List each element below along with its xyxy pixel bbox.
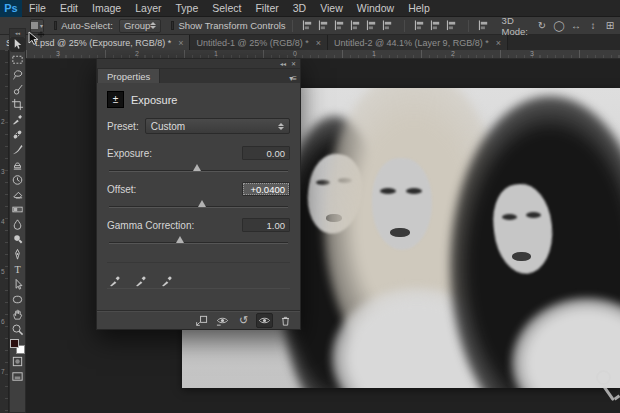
auto-select-mode-dropdown[interactable]: Group [119, 19, 161, 33]
properties-tab[interactable]: Properties [97, 68, 160, 83]
dodge-tool[interactable] [10, 232, 25, 247]
ruler-number: 4 [1, 218, 5, 225]
close-tab-icon[interactable]: × [316, 38, 321, 48]
offset-slider[interactable] [107, 200, 290, 210]
align-top-edges-icon[interactable] [302, 20, 315, 32]
offset-value-field[interactable]: +0.0400 [242, 182, 290, 196]
menu-select[interactable]: Select [205, 0, 248, 16]
show-transform-checkbox[interactable] [171, 21, 174, 30]
panel-close-icon[interactable]: ✕ [291, 60, 296, 67]
menu-view[interactable]: View [313, 0, 350, 16]
menu-layer[interactable]: Layer [128, 0, 168, 16]
history-brush-tool[interactable] [10, 172, 25, 187]
ruler-number: 3 [530, 50, 534, 57]
brush-tool[interactable] [10, 142, 25, 157]
watermark-logo-icon [592, 370, 620, 413]
spot-healing-brush-tool[interactable] [10, 127, 25, 142]
menu-file[interactable]: File [22, 0, 53, 16]
menu-filter[interactable]: Filter [248, 0, 285, 16]
screen-mode-button[interactable] [10, 369, 25, 384]
align-right-edges-icon[interactable] [382, 20, 395, 32]
align-vertical-centers-icon[interactable] [318, 20, 331, 32]
path-selection-tool[interactable] [10, 277, 25, 292]
reset-icon[interactable]: ↺ [235, 313, 252, 328]
auto-select-checkbox[interactable] [54, 21, 57, 30]
close-tab-icon[interactable]: × [496, 38, 501, 48]
panel-footer: ↺ [97, 310, 300, 329]
pen-tool[interactable] [10, 247, 25, 262]
3d-drag-icon[interactable]: ↔ [569, 19, 583, 32]
align-left-edges-icon[interactable] [350, 20, 363, 32]
panel-menu-icon[interactable]: ▾≡ [289, 74, 296, 83]
document-tab-2[interactable]: Untitled-1 @ 25% (RGB/8) * × [190, 35, 327, 50]
hand-tool[interactable] [10, 307, 25, 322]
shape-tool[interactable] [10, 292, 25, 307]
ruler-number: 2 [135, 50, 139, 57]
exposure-label: Exposure: [107, 148, 152, 159]
panel-collapse-icon[interactable]: ◂◂ [280, 60, 286, 67]
clip-to-layer-icon[interactable] [193, 313, 210, 328]
menu-help[interactable]: Help [401, 0, 437, 16]
foreground-color-swatch[interactable] [10, 339, 19, 348]
document-tab-3[interactable]: Untitled-2 @ 44.1% (Layer 9, RGB/8) * × [328, 35, 508, 50]
exposure-value-field[interactable]: 0.00 [242, 146, 290, 160]
show-transform-label: Show Transform Controls [178, 20, 285, 31]
black-point-eyedropper-icon[interactable] [107, 273, 123, 289]
menu-image[interactable]: Image [85, 0, 128, 16]
3d-scale-icon[interactable]: ⊞ [603, 19, 617, 32]
options-bar: ▾ Auto-Select: Group Show Transform Cont… [0, 17, 620, 35]
gray-point-eyedropper-icon[interactable] [133, 273, 149, 289]
visibility-icon[interactable] [256, 313, 273, 328]
exposure-slider[interactable] [107, 164, 290, 174]
white-point-eyedropper-icon[interactable] [159, 273, 175, 289]
quick-mask-button[interactable] [10, 354, 25, 369]
distribute-bottom-edges-icon[interactable] [446, 20, 459, 32]
menu-window[interactable]: Window [350, 0, 401, 16]
3d-rotate-icon[interactable]: ↻ [535, 19, 549, 32]
previous-state-icon[interactable] [214, 313, 231, 328]
exposure-slider-thumb[interactable] [193, 164, 201, 171]
move-tool[interactable] [10, 37, 25, 52]
gamma-slider-thumb[interactable] [176, 236, 184, 243]
eraser-tool[interactable] [10, 187, 25, 202]
distribute-vertical-centers-icon[interactable] [430, 20, 443, 32]
lasso-tool[interactable] [10, 67, 25, 82]
document-tab-bar: Se t.psd @ 25% (Exposure, RGB/8) * × Unt… [0, 35, 620, 50]
menu-type[interactable]: Type [168, 0, 205, 16]
delete-icon[interactable] [277, 313, 294, 328]
exposure-adjustment-icon: ± [107, 91, 124, 108]
color-swatches[interactable] [10, 339, 25, 354]
3d-slide-icon[interactable]: ↕ [586, 19, 600, 32]
preset-dropdown[interactable]: Custom [145, 118, 290, 134]
close-tab-icon[interactable]: × [178, 38, 183, 48]
menu-3d[interactable]: 3D [286, 0, 313, 16]
tools-panel: ◂◂ T [9, 28, 26, 413]
ruler-number: 5 [1, 268, 5, 275]
gamma-slider[interactable] [107, 236, 290, 246]
align-bottom-edges-icon[interactable] [334, 20, 347, 32]
rectangular-marquee-tool[interactable] [10, 52, 25, 67]
crop-tool[interactable] [10, 97, 25, 112]
dropdown-arrows-icon [150, 22, 156, 29]
3d-roll-icon[interactable]: ◯ [552, 19, 566, 32]
panel-tab-row: Properties ▾≡ [97, 69, 300, 83]
toolbar-collapse-icon[interactable]: ◂◂ [10, 29, 25, 37]
ruler-number: 3 [1, 168, 5, 175]
gradient-tool[interactable] [10, 202, 25, 217]
adjustment-title: Exposure [131, 94, 177, 106]
distribute-top-edges-icon[interactable] [414, 20, 427, 32]
clone-stamp-tool[interactable] [10, 157, 25, 172]
auto-align-layers-icon[interactable] [478, 20, 491, 32]
offset-slider-thumb[interactable] [198, 200, 206, 207]
type-tool[interactable]: T [10, 262, 25, 277]
3d-mode-label: 3D Mode: [502, 15, 528, 37]
menu-edit[interactable]: Edit [53, 0, 85, 16]
gamma-label: Gamma Correction: [107, 220, 194, 231]
ruler-number: 7 [1, 368, 5, 375]
gamma-value-field[interactable]: 1.00 [242, 218, 290, 232]
eyedropper-tool[interactable] [10, 112, 25, 127]
align-horizontal-centers-icon[interactable] [366, 20, 379, 32]
zoom-tool[interactable] [10, 322, 25, 337]
blur-tool[interactable] [10, 217, 25, 232]
quick-selection-tool[interactable] [10, 82, 25, 97]
